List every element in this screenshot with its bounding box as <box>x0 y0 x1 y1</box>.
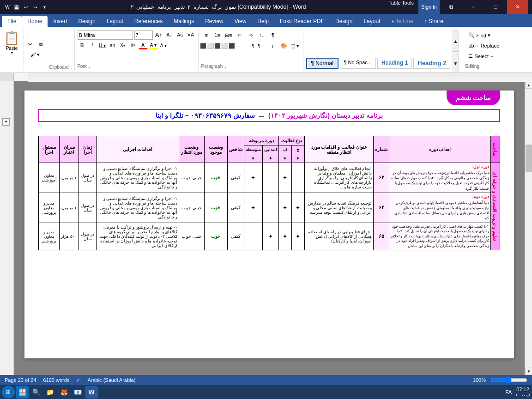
tab-insert[interactable]: Insert <box>48 16 73 27</box>
numbering-button[interactable]: 1≡ <box>212 30 223 40</box>
style-h1[interactable]: Heading 1 <box>377 58 412 69</box>
shomare-header-label: شماره <box>375 147 387 152</box>
now-j-1 <box>291 163 304 193</box>
replace-button[interactable]: ab↔ Replace <box>465 41 506 50</box>
tab-design[interactable]: Design <box>73 16 101 27</box>
copy-button[interactable]: ⧉ <box>36 40 46 49</box>
word-icon: W <box>4 3 11 11</box>
start-button[interactable]: ⊞ <box>2 386 15 399</box>
tab-table-layout[interactable]: Layout <box>358 16 386 27</box>
underline-button[interactable]: U ▾ <box>98 41 107 49</box>
col-now-sub4: ✦ <box>278 154 291 163</box>
tab-foxit[interactable]: Foxit Reader PDF <box>274 16 330 27</box>
ltr-text[interactable]: ¶← <box>257 41 267 50</box>
tab-file[interactable]: File <box>2 16 22 27</box>
tab-share[interactable]: ↑ Share <box>419 16 449 27</box>
highlight-button[interactable]: A ▾ <box>149 41 158 49</box>
decrease-indent[interactable]: ⇐ <box>235 30 245 40</box>
tab-review[interactable]: Review <box>200 16 229 27</box>
borders-button[interactable]: ⬚ ▾ <box>290 41 300 50</box>
tab-help[interactable]: Help <box>252 16 274 27</box>
subscript-button[interactable]: X₂ <box>118 41 127 49</box>
tab-view[interactable]: View <box>229 16 252 27</box>
line-spacing[interactable]: ↕ <box>268 41 278 50</box>
clear-format-button[interactable]: ✕A <box>186 30 195 39</box>
superscript-button[interactable]: X² <box>128 41 138 49</box>
undo-icon[interactable]: ↩ <box>22 3 30 11</box>
tab-mailings[interactable]: Mailings <box>168 16 200 27</box>
close-button[interactable]: ✕ <box>507 0 528 14</box>
zaman-header-label: زمان اجرا <box>83 145 92 155</box>
styles-up-button[interactable]: ▲ <box>452 30 459 52</box>
taskbar-ie-icon[interactable]: 🪟 <box>16 386 29 399</box>
align-right[interactable]: ⬜⬛ <box>224 41 234 50</box>
font-size-input[interactable] <box>134 30 153 40</box>
style-h2[interactable]: Heading 2 <box>413 58 450 69</box>
styles-down-button[interactable]: ▼ <box>452 53 459 74</box>
font-name-input[interactable] <box>78 30 133 40</box>
shading-button[interactable]: 🎨 <box>279 41 289 50</box>
save-icon[interactable]: 💾 <box>13 3 20 11</box>
maximize-button[interactable]: □ <box>485 0 506 14</box>
scroll-thumb[interactable] <box>526 145 532 172</box>
minimize-button[interactable]: − <box>463 0 484 14</box>
style-normal[interactable]: ¶ Normal <box>306 58 339 69</box>
increase-indent[interactable]: ⇒ <box>246 30 256 40</box>
taskbar-word-icon[interactable]: W <box>85 386 98 399</box>
strikethrough-button[interactable]: ab <box>108 41 117 49</box>
table-row: تعلیم و تربیت اقتصادی و حرفه ای دوره اول… <box>39 163 500 193</box>
status-bar: Page 23 of 24 6190 words ✓ Arabic (Saudi… <box>0 375 532 385</box>
editing-label: Editing <box>465 64 506 69</box>
multilevel-button[interactable]: ⊞≡ <box>224 30 234 40</box>
font-color-button[interactable]: A <box>139 41 148 49</box>
taskbar-email-icon[interactable]: 📧 <box>71 386 84 399</box>
taskbar-firefox-icon[interactable]: 🦊 <box>57 386 70 399</box>
col-header-zaman: زمان اجرا <box>79 136 97 163</box>
cut-button[interactable]: ✂ <box>25 40 35 49</box>
vaziat-mojood-label: وضعیت موجود <box>209 145 223 155</box>
shrink-font-button[interactable]: A↓ <box>165 30 174 39</box>
italic-button[interactable]: I <box>88 41 97 49</box>
add-table-row-button[interactable]: + <box>2 118 10 126</box>
paste-label: Paste <box>6 46 18 51</box>
align-center[interactable]: ⬜⬛⬜ <box>212 41 223 50</box>
taskbar-folder-icon[interactable]: 📁 <box>43 386 56 399</box>
bold-button[interactable]: B <box>78 41 87 49</box>
paste-button[interactable]: 📋 Paste ▾ <box>0 29 24 71</box>
doc-header: ساحت ششم برنامه تدبیر دبستان (نگارش شهری… <box>38 100 500 122</box>
title-bar-title: نمون_برگ_شماره_۲_تدبیر_برنامه_عملیاتی_۲ … <box>48 4 388 10</box>
page-info: Page 23 of 24 <box>5 377 36 383</box>
bullet-button[interactable]: ≡ <box>201 30 212 40</box>
rtl-text[interactable]: →¶ <box>246 41 256 50</box>
find-button[interactable]: 🔍 Find ▾ <box>465 30 506 40</box>
more-icon[interactable]: ▾ <box>41 3 48 11</box>
vertical-scrollbar[interactable]: ▲ ▼ <box>525 81 532 375</box>
sign-in-button[interactable]: Sign in <box>418 0 440 14</box>
vaziat-mojood-3: خوب <box>204 223 227 250</box>
show-formatting[interactable]: ¶ <box>268 30 278 40</box>
sort-button[interactable]: ↑↓ <box>257 30 267 40</box>
grow-font-button[interactable]: A↑ <box>154 30 163 39</box>
tab-layout[interactable]: Layout <box>101 16 129 27</box>
select-button[interactable]: ☰ Select ~ <box>465 51 506 61</box>
paste-arrow[interactable]: ▾ <box>11 51 13 55</box>
para-row1: ≡ 1≡ ⊞≡ ⇐ ⇒ ↑↓ ¶ <box>201 30 300 40</box>
scroll-up-button[interactable]: ▲ <box>525 81 532 89</box>
tab-tell-me[interactable]: ♦ Tell me <box>386 16 418 27</box>
justify[interactable]: ≡ <box>235 41 245 50</box>
zoom-slider[interactable] <box>490 376 527 384</box>
text-effects-button[interactable]: A ▾ <box>159 41 168 49</box>
tab-home[interactable]: Home <box>22 16 48 27</box>
daure-ab-1 <box>262 163 278 193</box>
scroll-down-button[interactable]: ▼ <box>525 368 532 375</box>
style-nospace[interactable]: ¶ No Spac... <box>340 58 376 69</box>
redo-icon[interactable]: ↪ <box>31 3 39 11</box>
change-case-button[interactable]: Aa <box>175 30 185 39</box>
format-painter-button[interactable]: 🖌 ▾ <box>25 50 45 60</box>
header-order-text: سفارش ۰۹۳۰۶۳۵۹۶۷۹ – تلگرا و ایتا <box>156 112 254 119</box>
tab-references[interactable]: References <box>129 16 168 27</box>
restore-button[interactable]: ⧉ <box>441 0 462 14</box>
tab-table-design[interactable]: Design <box>330 16 358 27</box>
taskbar-search-icon[interactable]: 🔍 <box>30 386 42 399</box>
col-header-eqdamat: اقدامات اجرایی <box>97 136 179 163</box>
